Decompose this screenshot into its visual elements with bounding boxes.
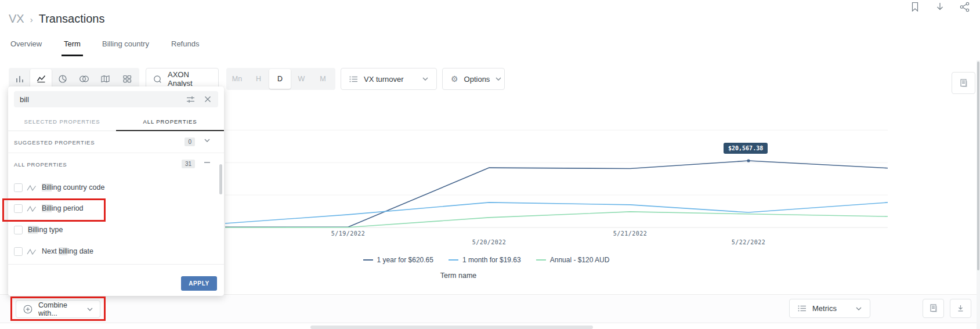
legend-color-dash: [449, 259, 458, 261]
page-title: Transactions: [39, 12, 105, 26]
property-search-input[interactable]: [20, 91, 165, 107]
checkbox[interactable]: [14, 226, 23, 234]
footer-divider: [8, 264, 224, 265]
share-icon[interactable]: [959, 1, 971, 13]
property-label: Next billing date: [42, 247, 93, 255]
property-row-billing-period[interactable]: Billing period: [8, 198, 217, 219]
trend-line-icon: [27, 205, 37, 212]
tab-all-properties[interactable]: ALL PROPERTIES: [116, 112, 224, 131]
chevron-down-icon: [87, 308, 93, 311]
x-axis-tick: 5/20/2022: [454, 239, 524, 245]
transactions-report-page: VX › Transactions Overview Term Billing …: [0, 0, 980, 329]
property-row-billing-country-code[interactable]: Billing country code: [8, 178, 217, 198]
x-axis-tick: 5/19/2022: [313, 230, 383, 237]
metric-dropdown-label: VX turnover: [364, 75, 404, 84]
property-label: Billing period: [42, 204, 84, 212]
legend-label: 1 month for $19.63: [462, 256, 521, 264]
options-dropdown-label: Options: [464, 75, 490, 84]
tab-term[interactable]: Term: [64, 39, 81, 56]
bookmark-icon[interactable]: [909, 1, 921, 13]
combine-with-label: Combine with...: [38, 301, 81, 317]
report-copy-button[interactable]: [952, 72, 975, 94]
filter-sliders-icon[interactable]: [186, 96, 195, 103]
report-pages-icon: [929, 303, 938, 313]
legend-color-dash: [363, 259, 373, 261]
combine-with-button[interactable]: Combine with...: [16, 300, 100, 318]
checkbox[interactable]: [14, 183, 23, 192]
tab-selected-properties[interactable]: SELECTED PROPERTIES: [8, 112, 116, 131]
property-search-box: [14, 91, 218, 107]
chart-legend: 1 year for $620.651 month for $19.63Annu…: [254, 256, 718, 264]
breadcrumb-root[interactable]: VX: [9, 12, 24, 26]
granularity-d[interactable]: D: [269, 69, 291, 89]
axon-analyst-icon: [153, 75, 162, 84]
chevron-down-icon[interactable]: [204, 139, 210, 142]
line-chart-icon[interactable]: [30, 69, 52, 89]
x-axis-tick: 5/22/2022: [714, 239, 783, 245]
metrics-dropdown[interactable]: Metrics: [789, 299, 870, 318]
tab-billing-country[interactable]: Billing country: [102, 39, 149, 56]
list-icon: [798, 305, 807, 312]
header-actions: [909, 1, 971, 13]
properties-panel: SELECTED PROPERTIES ALL PROPERTIES SUGGE…: [8, 86, 224, 296]
section-label: ALL PROPERTIES: [14, 161, 67, 168]
checkbox[interactable]: [14, 204, 23, 213]
report-pages-icon: [959, 78, 968, 88]
x-axis-title: Term name: [371, 272, 545, 280]
section-label: SUGGESTED PROPERTIES: [14, 139, 95, 146]
plus-circle-icon: [23, 305, 32, 314]
chevron-down-icon: [856, 307, 862, 310]
breadcrumb-separator-icon: ›: [30, 15, 33, 24]
chevron-down-icon: [422, 77, 428, 81]
export-download-button[interactable]: [950, 299, 971, 318]
download-icon[interactable]: [934, 1, 946, 13]
section-suggested-properties[interactable]: SUGGESTED PROPERTIES 0: [8, 131, 224, 153]
section-all-properties[interactable]: ALL PROPERTIES 31: [8, 153, 224, 175]
legend-color-dash: [536, 259, 546, 261]
axon-analyst-label: AXON Analyst: [168, 70, 211, 88]
close-icon[interactable]: [204, 96, 211, 103]
x-axis-tick: 5/21/2022: [595, 230, 665, 237]
table-report-button[interactable]: [923, 299, 944, 318]
trend-line-icon: [27, 248, 37, 255]
legend-label: Annual - $120 AUD: [550, 256, 610, 264]
count-badge: 31: [182, 160, 195, 168]
footer-bottom-divider: [0, 323, 980, 323]
metrics-label: Metrics: [812, 304, 837, 313]
legend-item[interactable]: Annual - $120 AUD: [536, 256, 610, 264]
report-tabs: Overview Term Billing country Refunds: [0, 39, 980, 58]
property-row-billing-type[interactable]: Billing type: [8, 220, 217, 241]
panel-scrollbar-thumb[interactable]: [219, 164, 222, 194]
chevron-down-icon: [496, 77, 501, 81]
legend-label: 1 year for $620.65: [377, 256, 433, 264]
collapse-minus-icon[interactable]: [204, 161, 210, 164]
apply-button[interactable]: APPLY: [181, 276, 217, 291]
legend-item[interactable]: 1 year for $620.65: [363, 256, 433, 264]
trend-line-icon: [27, 184, 37, 191]
page-scrollbar[interactable]: [977, 60, 980, 329]
checkbox[interactable]: [14, 247, 23, 256]
property-label: Billing country code: [42, 183, 104, 191]
count-badge: 0: [185, 138, 195, 146]
property-label: Billing type: [28, 226, 63, 234]
legend-item[interactable]: 1 month for $19.63: [449, 256, 521, 264]
list-icon: [349, 75, 358, 83]
property-row-next-billing-date[interactable]: Next billing date: [8, 241, 217, 262]
gear-icon: ⚙: [451, 75, 458, 83]
tab-overview[interactable]: Overview: [10, 39, 42, 56]
page-scrollbar-thumb[interactable]: [977, 62, 979, 270]
table-horizontal-scrollbar[interactable]: [310, 326, 593, 329]
line-chart: [225, 87, 888, 228]
tab-refunds[interactable]: Refunds: [171, 39, 199, 56]
download-box-icon: [956, 304, 965, 313]
chart-tooltip: $20,567.38: [724, 143, 768, 154]
breadcrumb: VX › Transactions: [9, 12, 104, 26]
